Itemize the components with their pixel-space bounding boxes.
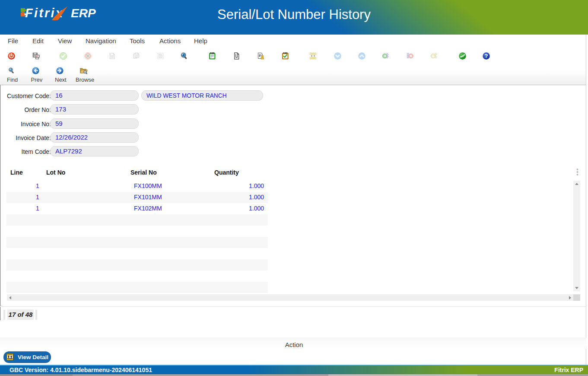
svg-text:?: ? <box>485 53 488 59</box>
svg-text:ERP: ERP <box>71 6 96 20</box>
